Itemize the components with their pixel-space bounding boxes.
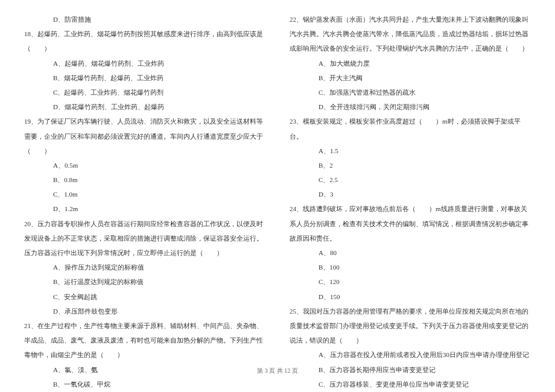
q20-option-a: A、操作压力达到规定的标称值 [24,260,265,274]
q17-option-d: D、防雷措施 [24,12,265,27]
q20-option-b: B、运行温度达到规定的标称值 [24,274,265,289]
question-24: 24、线路遭到破坏，应对事故地点前后各（ ）m线路质量进行测量，对事故关系人员分… [290,201,531,245]
q22-option-b: B、开大主汽阀 [290,71,531,85]
q22-option-c: C、加强蒸汽管道和过热器的疏水 [290,85,531,100]
question-19: 19、为了保证厂区内车辆行驶、人员流动、消防灭火和救灾，以及安全运送材料等需要，… [24,114,265,158]
q24-option-d: D、150 [290,289,531,304]
q24-option-a: A、80 [290,245,531,260]
q20-option-d: D、承压部件鼓包变形 [24,304,265,318]
q23-option-c: C、2.5 [290,172,531,187]
q24-option-c: C、120 [290,274,531,289]
q23-option-b: B、2 [290,158,531,172]
q18-option-a: A、起爆药、烟花爆竹药剂、工业炸药 [24,56,265,71]
q25-option-b: B、压力容器长期停用应当申请变更登记 [290,362,531,377]
page-body: D、防雷措施 18、起爆药、工业炸药、烟花爆竹药剂按照其敏感度来进行排序，由高到… [0,0,555,362]
question-22: 22、锅炉蒸发表面（水面）汽水共同升起，产生大量泡沫并上下波动翻腾的现象叫汽水共… [290,12,531,56]
q18-option-b: B、烟花爆竹药剂、起爆药、工业炸药 [24,71,265,85]
q21-option-a: A、氯、溴、氨 [24,362,265,377]
question-25: 25、我国对压力容器的使用管理有严格的要求，使用单位应按相关规定向所在地的质量技… [290,304,531,348]
q25-option-c: C、压力容器移装、变更使用单位应当申请变更登记 [290,377,531,391]
right-column: 22、锅炉蒸发表面（水面）汽水共同升起，产生大量泡沫并上下波动翻腾的现象叫汽水共… [290,12,531,362]
question-21: 21、在生产过程中，生产性毒物主要来源于原料、辅助材料、中间产品、夹杂物、半成品… [24,318,265,362]
left-column: D、防雷措施 18、起爆药、工业炸药、烟花爆竹药剂按照其敏感度来进行排序，由高到… [24,12,265,362]
q23-option-a: A、1.5 [290,144,531,158]
question-18: 18、起爆药、工业炸药、烟花爆竹药剂按照其敏感度来进行排序，由高到低应该是（ ） [24,27,265,55]
q19-option-c: C、1.0m [24,187,265,201]
q22-option-d: D、全开连续排污阀，关闭定期排污阀 [290,100,531,114]
q25-option-a: A、压力容器在投入使用前或者投入使用后30日内应当申请办理使用登记 [290,347,531,362]
q19-option-b: B、0.8m [24,172,265,187]
q24-option-b: B、100 [290,260,531,274]
q21-option-b: B、一氧化碳、甲烷 [24,377,265,391]
q18-option-c: C、起爆药、工业炸药、烟花爆竹药剂 [24,85,265,100]
q18-option-d: D、烟花爆竹药剂、工业炸药、起爆药 [24,100,265,114]
question-20: 20、压力容器专职操作人员在容器运行期间应经常检查容器的工作状况，以便及时发现设… [24,217,265,261]
q22-option-a: A、加大燃烧力度 [290,56,531,71]
q19-option-d: D、1.2m [24,201,265,216]
q20-option-c: C、安全阀起跳 [24,289,265,304]
q19-option-a: A、0.5m [24,158,265,172]
question-23: 23、模板安装规定，模板安装作业高度超过（ ）m时，必须搭设脚手架或平台。 [290,114,531,143]
q23-option-d: D、3 [290,187,531,201]
